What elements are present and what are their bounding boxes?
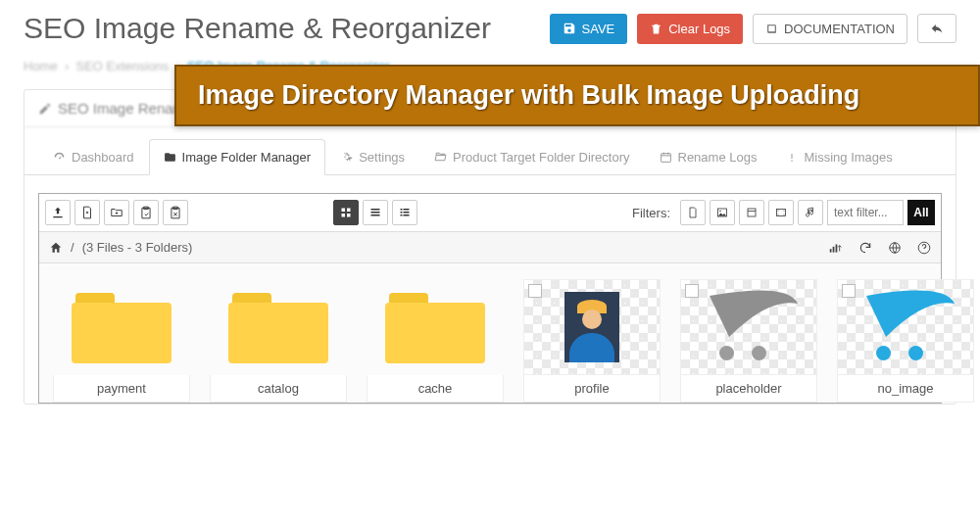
reply-icon (930, 22, 944, 35)
page-title: SEO Image Rename & Reorganizer (24, 12, 540, 45)
svg-rect-11 (404, 212, 410, 214)
help-button[interactable] (917, 241, 931, 255)
svg-rect-6 (371, 212, 380, 214)
svg-rect-5 (371, 209, 380, 211)
refresh-button[interactable] (858, 241, 872, 255)
folder-item[interactable]: payment (53, 279, 190, 403)
view-list-button[interactable] (363, 200, 388, 225)
folder-item[interactable]: catalog (210, 279, 347, 403)
item-label: profile (523, 375, 661, 403)
file-item[interactable]: no_image (837, 279, 974, 403)
tab-rename-label: Rename Logs (678, 150, 758, 165)
clear-logs-button[interactable]: Clear Logs (637, 14, 743, 44)
item-label: payment (53, 375, 190, 403)
svg-point-18 (778, 211, 779, 212)
documentation-button[interactable]: DOCUMENTATION (753, 14, 907, 44)
filter-text-input[interactable] (827, 200, 904, 225)
svg-rect-24 (836, 244, 838, 252)
breadcrumb-ext[interactable]: SEO Extensions (75, 59, 169, 73)
item-label: no_image (837, 375, 974, 403)
item-label: cache (367, 375, 504, 403)
tab-target-folder[interactable]: Product Target Folder Directory (419, 139, 644, 175)
filters-label: Filters: (626, 206, 676, 220)
filter-image-button[interactable] (710, 200, 735, 225)
trash-icon (650, 23, 662, 35)
path-summary: (3 Files - 3 Folders) (82, 240, 193, 255)
sort-button[interactable] (827, 241, 843, 255)
filter-all-button[interactable]: All (907, 200, 935, 225)
item-label: catalog (210, 375, 347, 403)
filter-file-button[interactable] (680, 200, 706, 225)
file-item[interactable]: profile (523, 279, 661, 403)
tab-target-label: Product Target Folder Directory (453, 150, 629, 165)
file-grid: payment catalog cache profile (39, 263, 941, 403)
new-folder-button[interactable] (104, 200, 129, 225)
svg-point-19 (778, 214, 779, 215)
tab-rename-logs[interactable]: Rename Logs (645, 139, 772, 175)
svg-rect-22 (830, 249, 832, 252)
save-label: SAVE (582, 22, 615, 36)
save-icon (563, 22, 576, 35)
svg-rect-2 (347, 209, 351, 213)
pencil-icon (38, 102, 52, 116)
tab-missing-label: Missing Images (804, 150, 892, 165)
tab-settings[interactable]: Settings (325, 139, 419, 175)
clear-logs-label: Clear Logs (668, 22, 730, 36)
cogs-icon (340, 151, 353, 164)
path-sep: / (71, 240, 74, 255)
svg-rect-16 (748, 209, 756, 216)
svg-rect-13 (404, 214, 410, 216)
svg-rect-9 (404, 209, 410, 211)
promo-banner: Image Directory Manager with Bulk Image … (174, 65, 980, 126)
svg-point-21 (784, 214, 785, 215)
filter-archive-button[interactable] (739, 200, 764, 225)
dashboard-icon (53, 151, 66, 164)
documentation-label: DOCUMENTATION (784, 22, 895, 36)
svg-rect-0 (661, 154, 670, 163)
folder-icon (381, 287, 489, 367)
tab-dashboard[interactable]: Dashboard (38, 139, 149, 175)
file-manager: Filters: All / (3 Files - 3 Folders) (38, 193, 942, 404)
cart-grey-thumbnail (694, 292, 804, 362)
item-checkbox[interactable] (528, 284, 542, 298)
file-manager-toolbar: Filters: All (39, 194, 941, 232)
svg-rect-23 (833, 246, 835, 252)
new-file-button[interactable] (74, 200, 100, 225)
svg-rect-3 (342, 214, 346, 217)
view-details-button[interactable] (392, 200, 417, 225)
tab-settings-label: Settings (359, 150, 405, 165)
breadcrumb-home[interactable]: Home (24, 59, 58, 73)
folder-icon (68, 287, 175, 367)
filter-audio-button[interactable] (798, 200, 823, 225)
svg-rect-4 (347, 214, 351, 217)
avatar-thumbnail (564, 292, 619, 362)
svg-rect-1 (342, 209, 346, 213)
tab-missing-images[interactable]: Missing Images (771, 139, 906, 175)
save-button[interactable]: SAVE (550, 14, 628, 44)
paste-button[interactable] (133, 200, 159, 225)
tab-image-folder-manager[interactable]: Image Folder Manager (149, 139, 326, 175)
calendar-icon (660, 151, 672, 164)
svg-rect-7 (371, 214, 380, 216)
svg-point-15 (719, 211, 721, 213)
clipboard-cancel-button[interactable] (163, 200, 188, 225)
view-grid-button[interactable] (333, 200, 359, 225)
home-icon[interactable] (49, 241, 63, 255)
upload-button[interactable] (45, 200, 71, 225)
tab-dashboard-label: Dashboard (72, 150, 134, 165)
folder-item[interactable]: cache (367, 279, 504, 403)
svg-rect-10 (401, 212, 403, 214)
back-button[interactable] (917, 14, 956, 43)
globe-button[interactable] (888, 241, 902, 255)
breadcrumb-path: / (3 Files - 3 Folders) (39, 232, 941, 263)
folder-icon (224, 287, 332, 367)
svg-rect-8 (401, 209, 403, 211)
folder-open-icon (434, 151, 447, 164)
filter-video-button[interactable] (768, 200, 794, 225)
cart-blue-thumbnail (851, 292, 960, 362)
svg-point-20 (784, 211, 785, 212)
tab-bar: Dashboard Image Folder Manager Settings … (24, 139, 956, 175)
svg-rect-12 (401, 214, 403, 216)
warning-icon (786, 152, 798, 164)
file-item[interactable]: placeholder (680, 279, 817, 403)
